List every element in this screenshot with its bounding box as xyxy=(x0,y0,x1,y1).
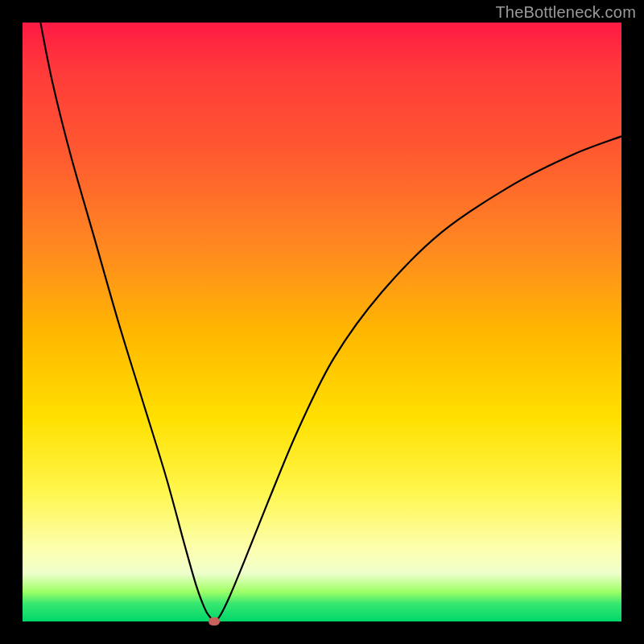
curve-path xyxy=(40,23,621,621)
plot-area xyxy=(23,23,621,621)
attribution-label: TheBottleneck.com xyxy=(495,3,636,22)
chart-frame: TheBottleneck.com xyxy=(0,0,644,644)
optimal-point-marker xyxy=(208,617,220,625)
bottleneck-curve xyxy=(23,23,621,621)
